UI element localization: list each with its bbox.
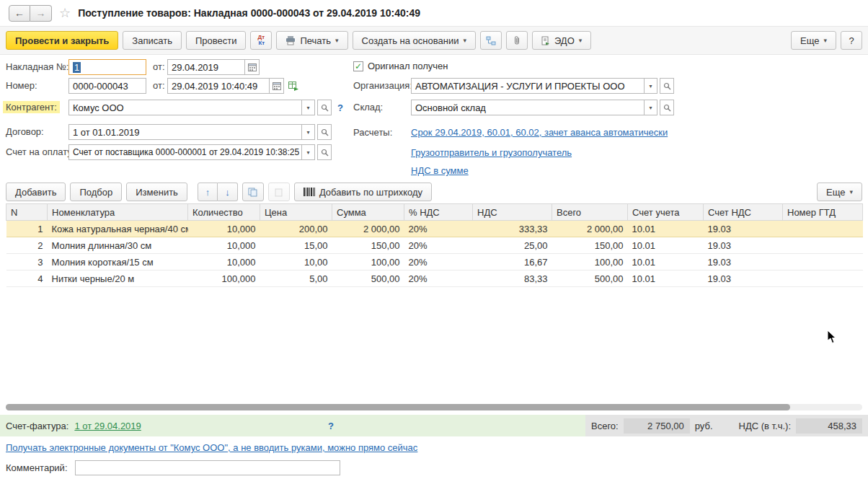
cell-sum[interactable]: 2 000,00 <box>332 221 404 237</box>
counterparty-input[interactable]: Комус ООО <box>68 100 302 115</box>
cell-n[interactable]: 3 <box>6 254 48 271</box>
cell-sum[interactable]: 100,00 <box>332 254 404 271</box>
column-header[interactable]: Всего <box>552 204 628 221</box>
forward-arrow-icon[interactable]: → <box>30 5 52 22</box>
organization-input[interactable]: АВТОМАТИЗАЦИЯ - УСЛУГИ И ПРОЕКТЫ ООО <box>411 78 645 94</box>
cell-vat[interactable]: 25,00 <box>473 237 552 254</box>
move-down-button[interactable]: ↓ <box>218 183 238 201</box>
cell-price[interactable]: 15,00 <box>260 237 332 254</box>
number-date-field[interactable]: 29.04.2019 10:40:49 <box>167 78 284 94</box>
table-row[interactable]: 4 Нитки черные/20 м 100,000 5,00 500,00 … <box>6 271 863 287</box>
cell-account[interactable]: 10.01 <box>628 237 704 254</box>
horizontal-scrollbar[interactable] <box>6 404 862 410</box>
items-more-button[interactable]: Еще ▾ <box>817 183 862 201</box>
table-row[interactable]: 1 Кожа натуральная черная/40 см 10,000 2… <box>6 221 863 237</box>
cell-gtd[interactable] <box>783 237 863 254</box>
vat-in-total-link[interactable]: НДС в сумме <box>411 165 469 176</box>
print-button[interactable]: Печать ▾ <box>276 31 347 50</box>
cell-gtd[interactable] <box>783 254 863 271</box>
cell-nomenclature[interactable]: Молния короткая/15 см <box>48 254 188 271</box>
scrollbar-thumb[interactable] <box>6 404 790 410</box>
add-by-barcode-button[interactable]: Добавить по штрихкоду <box>294 183 432 201</box>
column-header[interactable]: N <box>6 204 48 221</box>
payment-invoice-input[interactable]: Счет от поставщика 0000-000001 от 29.04.… <box>68 144 302 160</box>
cell-account[interactable]: 10.01 <box>628 221 704 237</box>
contract-input[interactable]: 1 от 01.01.2019 <box>68 124 302 140</box>
column-header[interactable]: Цена <box>260 204 332 221</box>
cell-account[interactable]: 10.01 <box>628 254 704 271</box>
chevron-down-icon[interactable]: ▾ <box>645 78 657 94</box>
cell-n[interactable]: 1 <box>6 221 48 237</box>
invoice-number-field[interactable]: 1 <box>68 59 146 75</box>
column-header[interactable]: Счет НДС <box>704 204 783 221</box>
cell-vat-account[interactable]: 19.03 <box>704 237 783 254</box>
create-based-on-button[interactable]: Создать на основании ▾ <box>353 31 476 50</box>
invoice-link[interactable]: 1 от 29.04.2019 <box>74 421 141 431</box>
move-up-button[interactable]: ↑ <box>198 183 218 201</box>
attachments-button[interactable] <box>506 31 528 50</box>
change-items-button[interactable]: Изменить <box>126 183 187 201</box>
add-row-button[interactable]: Добавить <box>6 183 66 201</box>
column-header[interactable]: Номенклатура <box>48 204 188 221</box>
cell-quantity[interactable]: 10,000 <box>188 237 260 254</box>
dtkt-button[interactable]: ДтКт <box>250 31 272 50</box>
warehouse-input[interactable]: Основной склад <box>411 100 645 115</box>
column-header[interactable]: Количество <box>188 204 260 221</box>
settlements-link[interactable]: Срок 29.04.2019, 60.01, 60.02, зачет ава… <box>411 127 668 138</box>
column-header[interactable]: Номер ГТД <box>783 204 863 221</box>
cell-vat-rate[interactable]: 20% <box>404 237 473 254</box>
column-header[interactable]: НДС <box>473 204 552 221</box>
invoice-date-input[interactable]: 29.04.2019 <box>167 59 245 75</box>
shipper-consignee-link[interactable]: Грузоотправитель и грузополучатель <box>411 147 572 158</box>
cell-gtd[interactable] <box>783 221 863 237</box>
edit-number-button[interactable] <box>286 78 301 94</box>
column-header[interactable]: Сумма <box>332 204 404 221</box>
cell-n[interactable]: 2 <box>6 237 48 254</box>
favorite-star-icon[interactable]: ☆ <box>59 5 71 21</box>
payment-invoice-open-button[interactable] <box>317 144 332 160</box>
cell-total[interactable]: 100,00 <box>552 254 628 271</box>
counterparty-help-link[interactable]: ? <box>337 102 343 113</box>
cell-gtd[interactable] <box>783 271 863 287</box>
payment-invoice-field[interactable]: Счет от поставщика 0000-000001 от 29.04.… <box>68 144 315 160</box>
calendar-icon[interactable] <box>245 59 260 75</box>
invoice-number-input[interactable]: 1 <box>68 59 146 75</box>
cell-nomenclature[interactable]: Нитки черные/20 м <box>48 271 188 287</box>
cell-total[interactable]: 2 000,00 <box>552 221 628 237</box>
number-input[interactable]: 0000-000043 <box>68 78 146 94</box>
copy-rows-button[interactable] <box>242 183 264 201</box>
cell-sum[interactable]: 500,00 <box>332 271 404 287</box>
calendar-icon[interactable] <box>270 78 284 94</box>
cell-nomenclature[interactable]: Кожа натуральная черная/40 см <box>48 221 188 237</box>
organization-field[interactable]: АВТОМАТИЗАЦИЯ - УСЛУГИ И ПРОЕКТЫ ООО ▾ <box>411 78 657 94</box>
warehouse-field[interactable]: Основной склад ▾ <box>411 100 657 115</box>
counterparty-open-button[interactable] <box>317 100 332 115</box>
cell-vat-account[interactable]: 19.03 <box>704 221 783 237</box>
cell-vat[interactable]: 16,67 <box>473 254 552 271</box>
original-received-checkbox[interactable]: ✓ <box>353 61 363 71</box>
more-button[interactable]: Еще ▾ <box>791 31 836 50</box>
chevron-down-icon[interactable]: ▾ <box>302 100 315 115</box>
number-field[interactable]: 0000-000043 <box>68 78 146 94</box>
cell-price[interactable]: 200,00 <box>260 221 332 237</box>
related-documents-button[interactable] <box>480 31 502 50</box>
contract-open-button[interactable] <box>317 124 332 140</box>
cell-quantity[interactable]: 10,000 <box>188 221 260 237</box>
counterparty-field[interactable]: Комус ООО ▾ <box>68 100 315 115</box>
invoice-help-link[interactable]: ? <box>328 421 334 431</box>
back-arrow-icon[interactable]: ← <box>9 5 30 22</box>
chevron-down-icon[interactable]: ▾ <box>302 144 315 160</box>
cell-vat-account[interactable]: 19.03 <box>704 254 783 271</box>
comment-input[interactable] <box>75 460 340 475</box>
cell-quantity[interactable]: 100,000 <box>188 271 260 287</box>
cell-vat[interactable]: 333,33 <box>473 221 552 237</box>
cell-quantity[interactable]: 10,000 <box>188 254 260 271</box>
cell-total[interactable]: 500,00 <box>552 271 628 287</box>
cell-total[interactable]: 150,00 <box>552 237 628 254</box>
column-header[interactable]: % НДС <box>404 204 473 221</box>
cell-sum[interactable]: 150,00 <box>332 237 404 254</box>
pick-items-button[interactable]: Подбор <box>70 183 122 201</box>
column-header[interactable]: Счет учета <box>628 204 704 221</box>
cell-vat[interactable]: 83,33 <box>473 271 552 287</box>
chevron-down-icon[interactable]: ▾ <box>302 124 315 140</box>
